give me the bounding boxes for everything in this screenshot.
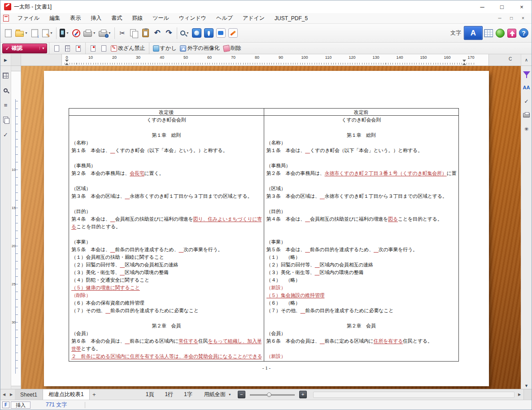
voice-input-button[interactable] (203, 26, 215, 40)
menu-item-アドイン[interactable]: アドイン (238, 13, 270, 23)
v-ruler[interactable]: 1015202530 (11, 66, 21, 389)
mobile-dropdown-icon[interactable]: ▼ (66, 31, 69, 35)
v-ruler-line-mark (15, 147, 18, 147)
sheet-next-button[interactable]: ▶ (8, 389, 15, 400)
v-ruler-line-mark (15, 231, 18, 231)
zoom-tool-button[interactable] (2, 86, 10, 94)
print-tool-button[interactable] (523, 111, 531, 119)
minimize-button[interactable]: ─ (472, 0, 492, 13)
zoom-dropdown-icon[interactable]: ▼ (186, 31, 189, 35)
menu-item-ヘルプ[interactable]: ヘルプ (211, 13, 238, 23)
document-menu-icon[interactable] (3, 15, 9, 22)
tamper-protect-button[interactable]: 改ざん禁止 (109, 44, 147, 53)
font-size-tool-button[interactable]: AA (523, 83, 531, 92)
page-pairs-button[interactable] (2, 116, 10, 124)
horizontal-scrollbar[interactable] (313, 392, 515, 398)
print-dropdown-icon[interactable]: ▼ (93, 31, 96, 35)
maximize-button[interactable]: □ (492, 0, 512, 13)
redo-button[interactable]: ↷ (163, 26, 175, 40)
sheet-tab-相違点比較表1[interactable]: 相違点比較表1 (43, 389, 90, 400)
insert-mode-button[interactable]: 挿入 (11, 401, 31, 409)
ruler[interactable]: C 01020304050607080901001101201301401501… (21, 54, 521, 65)
confirm-mode-button[interactable]: ✓ 確認 ▼ (2, 44, 47, 53)
edit-dropdown-icon[interactable]: ▼ (50, 31, 53, 35)
green-app-button[interactable] (494, 26, 506, 40)
menu-item-罫線[interactable]: 罫線 (127, 13, 148, 23)
zoom-in-button[interactable]: + (299, 391, 307, 398)
outline-list-button[interactable]: ≡ (2, 101, 10, 109)
doc-restore-button[interactable]: □ (506, 14, 517, 22)
zoom-button[interactable]: ▼ (179, 26, 191, 40)
cut-button[interactable]: ✂ (117, 26, 128, 40)
left-panel-expand-button[interactable]: ▶ (0, 54, 11, 65)
page-marked-button[interactable] (87, 44, 98, 53)
proof-check-button[interactable]: ✓ (2, 131, 10, 139)
mobile-output-button[interactable]: ▼ (58, 26, 70, 40)
copy-button[interactable] (128, 26, 140, 40)
view-preview-button[interactable] (73, 44, 83, 53)
menu-item-挿入[interactable]: 挿入 (86, 13, 106, 23)
block-palette-button[interactable] (2, 71, 10, 79)
pink-app-button[interactable] (506, 26, 518, 40)
menu-item-ファイル[interactable]: ファイル (13, 13, 44, 23)
navigation-button[interactable] (70, 26, 82, 40)
ruler-number: 170 (467, 55, 474, 60)
view-mode-select[interactable]: 用紙全面 ▼ (204, 391, 231, 398)
scroll-down-button[interactable]: ▼ (521, 384, 532, 388)
close-button[interactable]: × (512, 0, 532, 13)
add-sheet-button[interactable]: + (90, 389, 99, 400)
filter-tool-button[interactable] (523, 70, 531, 78)
check-tool-button[interactable]: ✓ (523, 97, 531, 105)
menu-item-書式[interactable]: 書式 (106, 13, 127, 23)
help-button[interactable]: ? (518, 26, 530, 40)
menu-item-表示[interactable]: 表示 (65, 13, 86, 23)
document-page[interactable]: 改定後 改定前 くすのき町会会則 第１章 総則（名称）第１条 本会は、 くすのき… (44, 71, 489, 386)
paste-button[interactable] (140, 26, 152, 40)
web-search-button[interactable] (191, 26, 203, 40)
save-document-button[interactable] (29, 26, 41, 40)
watermark-button[interactable]: すかし (151, 44, 179, 53)
doc-close-button[interactable]: × (517, 14, 529, 22)
sheet-prev-button[interactable]: ◀ (0, 389, 8, 400)
ruler-number: 130 (372, 55, 379, 60)
decoration-tool-button[interactable]: ✳ (523, 125, 531, 133)
doc-line: 世帯とする。 (71, 345, 262, 353)
view-multi-page-button[interactable] (62, 44, 73, 53)
sheet-tabs: Sheet1相違点比較表1 (15, 389, 90, 400)
zoom-slider-thumb[interactable] (267, 393, 271, 397)
doc-line: ることを目的とする。 (71, 223, 262, 231)
open-document-button[interactable]: ▼ (14, 26, 29, 40)
gaiji-image-button[interactable]: 外字の画像化 (178, 44, 221, 53)
zoom-slider[interactable] (250, 391, 295, 398)
comment-tool-button[interactable] (215, 26, 227, 40)
page-plain-button[interactable] (98, 44, 109, 53)
menu-item-ツール[interactable]: ツール (148, 13, 174, 23)
view-single-page-button[interactable] (51, 44, 62, 53)
open-dropdown-icon[interactable]: ▼ (25, 31, 28, 35)
scroll-right-button[interactable]: ▶ (515, 389, 523, 400)
doc-minimize-button[interactable]: ─ (494, 14, 506, 22)
print-button[interactable]: ▼ (82, 26, 97, 40)
right-panel-collapse-button[interactable]: ∧ (521, 54, 532, 65)
delete-button[interactable]: 削除 (222, 44, 243, 53)
doc-line (266, 223, 457, 231)
print-settings-dropdown-icon[interactable]: ▼ (108, 31, 111, 35)
help-icon: ? (519, 28, 528, 38)
char-style-button[interactable]: A (464, 26, 483, 40)
confirm-dropdown-icon[interactable]: ▼ (39, 47, 47, 50)
pen-tool-button[interactable] (227, 26, 239, 40)
print-settings-button[interactable]: ▼ (97, 26, 113, 40)
edit-document-button[interactable]: ▼ (41, 26, 54, 40)
right-margin-marker[interactable] (462, 60, 466, 65)
menu-item-編集[interactable]: 編集 (44, 13, 65, 23)
table-tool-button[interactable] (483, 26, 494, 40)
zoom-out-button[interactable]: − (238, 391, 245, 398)
doc-line (266, 124, 457, 131)
v-ruler-number: 15 (12, 206, 16, 210)
menu-item-JUST_PDF_5[interactable]: JUST_PDF_5 (270, 13, 313, 23)
left-margin-marker[interactable] (65, 60, 69, 65)
sheet-tab-Sheet1[interactable]: Sheet1 (15, 389, 43, 400)
undo-button[interactable]: ↶ (152, 26, 163, 40)
menu-item-ウィンドウ[interactable]: ウィンドウ (174, 13, 211, 23)
new-document-button[interactable] (2, 26, 14, 40)
